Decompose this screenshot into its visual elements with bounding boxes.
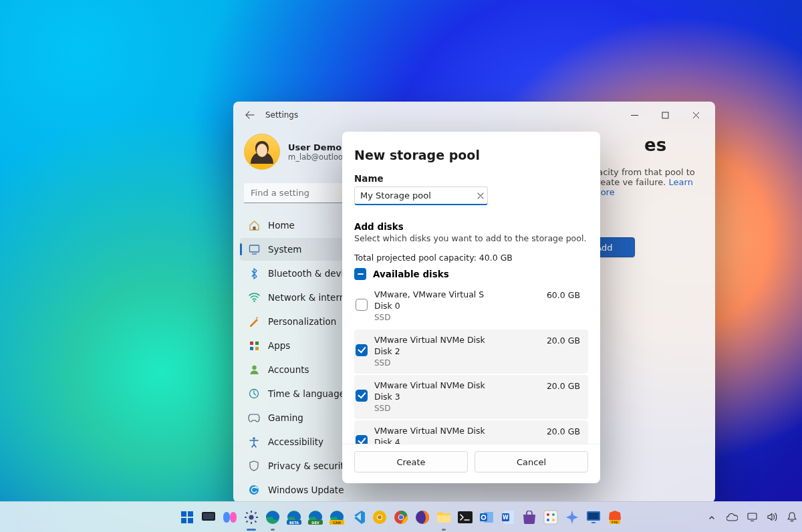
- privacy-icon: [248, 460, 260, 472]
- apps-icon: [248, 340, 260, 352]
- disk-model: VMware Virtual NVMe Disk: [374, 380, 540, 392]
- disk-row[interactable]: VMware Virtual NVMe DiskDisk 4SSD20.0 GB: [354, 420, 588, 444]
- add-disks-subtext: Select which disks you want to add to th…: [354, 233, 588, 243]
- taskbar-brave-icon[interactable]: PRE: [606, 509, 624, 526]
- taskbar-sparkle-icon[interactable]: [563, 509, 581, 526]
- svg-rect-41: [480, 513, 487, 521]
- notifications-icon[interactable]: [786, 511, 798, 523]
- svg-rect-0: [662, 112, 668, 118]
- disk-row[interactable]: VMware Virtual NVMe DiskDisk 3SSD20.0 GB: [354, 375, 588, 419]
- svg-rect-16: [188, 518, 193, 523]
- sidebar-item-label: Privacy & security: [268, 460, 350, 471]
- taskbar: BETADEVCANWPRE: [0, 501, 802, 532]
- svg-rect-39: [458, 511, 473, 523]
- taskbar-terminal-icon[interactable]: [456, 509, 474, 526]
- svg-rect-13: [181, 511, 186, 517]
- disk-size: 20.0 GB: [547, 380, 580, 391]
- home-icon: [248, 219, 260, 231]
- add-disks-heading: Add disks: [354, 221, 588, 232]
- svg-rect-52: [588, 513, 599, 519]
- taskbar-task-view-icon[interactable]: [200, 509, 217, 526]
- disk-id: Disk 4: [374, 437, 540, 444]
- svg-point-4: [253, 300, 255, 302]
- maximize-button[interactable]: [650, 102, 680, 128]
- disk-checkbox[interactable]: [356, 299, 368, 311]
- taskbar-edge-dev-icon[interactable]: DEV: [307, 509, 324, 526]
- svg-point-9: [252, 366, 256, 370]
- disk-row[interactable]: VMware Virtual NVMe DiskDisk 2SSD20.0 GB: [354, 329, 588, 374]
- svg-rect-18: [203, 513, 214, 519]
- svg-rect-7: [250, 347, 253, 350]
- cancel-button[interactable]: Cancel: [475, 451, 588, 473]
- taskbar-settings-icon[interactable]: [243, 509, 260, 526]
- update-icon: [248, 484, 260, 496]
- bluetooth-icon: [248, 267, 260, 279]
- taskbar-chrome-canary-icon[interactable]: [371, 509, 388, 526]
- svg-point-1: [257, 144, 267, 157]
- minimize-button[interactable]: [619, 102, 650, 128]
- taskbar-edge-icon[interactable]: [264, 509, 281, 526]
- taskbar-word-icon[interactable]: W: [499, 509, 517, 526]
- taskbar-explorer-icon[interactable]: [435, 509, 452, 526]
- tray-overflow-icon[interactable]: [706, 511, 718, 523]
- page-description: pacity from that pool to create ve failu…: [592, 167, 695, 197]
- sidebar-item-label: Home: [268, 220, 295, 231]
- pool-name-input[interactable]: [354, 186, 488, 205]
- disk-model: VMware Virtual NVMe Disk: [374, 335, 540, 346]
- svg-point-11: [253, 437, 255, 440]
- projected-capacity: Total projected pool capacity: 40.0 GB: [354, 253, 588, 263]
- taskbar-center: BETADEVCANWPRE: [178, 509, 624, 526]
- network-icon: [248, 291, 260, 303]
- access-icon: [248, 436, 260, 448]
- desktop-wallpaper: Settings User Demo m_lab@outlook.com: [0, 0, 802, 532]
- dialog-title: New storage pool: [354, 148, 588, 162]
- network-icon[interactable]: [746, 511, 758, 523]
- svg-rect-55: [748, 513, 757, 519]
- taskbar-edge-canary-icon[interactable]: CAN: [328, 509, 346, 526]
- taskbar-paint-icon[interactable]: [542, 509, 559, 526]
- page-title: es: [644, 135, 695, 155]
- disk-checkbox[interactable]: [356, 344, 368, 356]
- available-disks-checkbox[interactable]: [354, 268, 366, 280]
- dialog-footer: Create Cancel: [342, 444, 600, 483]
- svg-point-49: [547, 519, 549, 521]
- svg-rect-5: [250, 342, 253, 345]
- close-button[interactable]: [680, 102, 711, 128]
- taskbar-vscode-icon[interactable]: [350, 509, 367, 526]
- taskbar-outlook-icon[interactable]: [478, 509, 495, 526]
- svg-rect-38: [437, 515, 450, 523]
- clear-input-icon[interactable]: [473, 186, 488, 205]
- taskbar-monitor-icon[interactable]: [585, 509, 602, 526]
- back-button[interactable]: [237, 102, 263, 128]
- onedrive-icon[interactable]: [726, 511, 738, 523]
- svg-rect-46: [544, 511, 557, 524]
- disk-size: 60.0 GB: [547, 289, 580, 300]
- disk-list: VMware, VMware Virtual SDisk 0SSD60.0 GB…: [354, 284, 588, 444]
- taskbar-store-icon[interactable]: [521, 509, 538, 526]
- create-button[interactable]: Create: [354, 451, 468, 473]
- time-icon: [248, 388, 260, 400]
- disk-checkbox[interactable]: [356, 390, 368, 402]
- disk-type: SSD: [374, 403, 540, 414]
- sidebar-item-label: Network & internet: [268, 292, 354, 303]
- taskbar-copilot-icon[interactable]: [221, 509, 239, 526]
- taskbar-firefox-icon[interactable]: [414, 509, 431, 526]
- disk-checkbox[interactable]: [356, 435, 368, 444]
- disk-size: 20.0 GB: [547, 335, 580, 346]
- svg-rect-2: [253, 227, 255, 230]
- svg-point-33: [378, 515, 382, 519]
- sidebar-item-label: System: [268, 244, 301, 255]
- svg-rect-15: [181, 518, 186, 523]
- sidebar-item-label: Gaming: [268, 412, 303, 423]
- svg-rect-6: [255, 342, 259, 345]
- taskbar-edge-beta-icon[interactable]: BETA: [285, 509, 303, 526]
- taskbar-start-icon[interactable]: [178, 509, 196, 526]
- taskbar-chrome-icon[interactable]: [392, 509, 410, 526]
- volume-icon[interactable]: [766, 511, 778, 523]
- disk-id: Disk 0: [374, 301, 540, 312]
- sidebar-item-label: Personalization: [268, 316, 336, 327]
- sidebar-item-label: Time & language: [268, 388, 345, 399]
- taskbar-tray: [706, 511, 798, 523]
- disk-row[interactable]: VMware, VMware Virtual SDisk 0SSD60.0 GB: [354, 284, 588, 328]
- window-titlebar: Settings: [233, 102, 715, 128]
